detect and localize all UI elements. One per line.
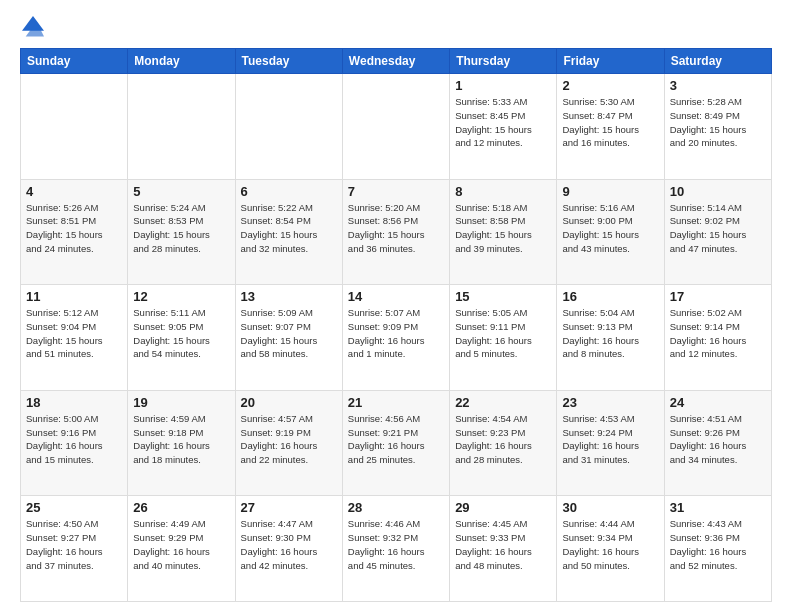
week-row-4: 18Sunrise: 5:00 AM Sunset: 9:16 PM Dayli… bbox=[21, 390, 772, 496]
day-number: 13 bbox=[241, 289, 337, 304]
week-row-5: 25Sunrise: 4:50 AM Sunset: 9:27 PM Dayli… bbox=[21, 496, 772, 602]
day-info: Sunrise: 5:02 AM Sunset: 9:14 PM Dayligh… bbox=[670, 306, 766, 361]
day-number: 27 bbox=[241, 500, 337, 515]
day-cell: 6Sunrise: 5:22 AM Sunset: 8:54 PM Daylig… bbox=[235, 179, 342, 285]
day-cell: 1Sunrise: 5:33 AM Sunset: 8:45 PM Daylig… bbox=[450, 74, 557, 180]
day-number: 20 bbox=[241, 395, 337, 410]
day-number: 19 bbox=[133, 395, 229, 410]
week-row-2: 4Sunrise: 5:26 AM Sunset: 8:51 PM Daylig… bbox=[21, 179, 772, 285]
day-info: Sunrise: 4:53 AM Sunset: 9:24 PM Dayligh… bbox=[562, 412, 658, 467]
day-info: Sunrise: 4:43 AM Sunset: 9:36 PM Dayligh… bbox=[670, 517, 766, 572]
day-info: Sunrise: 4:49 AM Sunset: 9:29 PM Dayligh… bbox=[133, 517, 229, 572]
day-cell: 31Sunrise: 4:43 AM Sunset: 9:36 PM Dayli… bbox=[664, 496, 771, 602]
logo-icon bbox=[22, 16, 44, 38]
day-cell: 20Sunrise: 4:57 AM Sunset: 9:19 PM Dayli… bbox=[235, 390, 342, 496]
day-cell: 18Sunrise: 5:00 AM Sunset: 9:16 PM Dayli… bbox=[21, 390, 128, 496]
day-info: Sunrise: 5:14 AM Sunset: 9:02 PM Dayligh… bbox=[670, 201, 766, 256]
day-cell: 16Sunrise: 5:04 AM Sunset: 9:13 PM Dayli… bbox=[557, 285, 664, 391]
logo bbox=[20, 16, 44, 38]
day-info: Sunrise: 5:30 AM Sunset: 8:47 PM Dayligh… bbox=[562, 95, 658, 150]
week-row-3: 11Sunrise: 5:12 AM Sunset: 9:04 PM Dayli… bbox=[21, 285, 772, 391]
day-number: 17 bbox=[670, 289, 766, 304]
day-info: Sunrise: 5:20 AM Sunset: 8:56 PM Dayligh… bbox=[348, 201, 444, 256]
day-cell: 28Sunrise: 4:46 AM Sunset: 9:32 PM Dayli… bbox=[342, 496, 449, 602]
day-number: 22 bbox=[455, 395, 551, 410]
day-info: Sunrise: 5:24 AM Sunset: 8:53 PM Dayligh… bbox=[133, 201, 229, 256]
day-cell: 19Sunrise: 4:59 AM Sunset: 9:18 PM Dayli… bbox=[128, 390, 235, 496]
day-cell: 3Sunrise: 5:28 AM Sunset: 8:49 PM Daylig… bbox=[664, 74, 771, 180]
day-cell: 21Sunrise: 4:56 AM Sunset: 9:21 PM Dayli… bbox=[342, 390, 449, 496]
day-number: 10 bbox=[670, 184, 766, 199]
weekday-sunday: Sunday bbox=[21, 49, 128, 74]
weekday-tuesday: Tuesday bbox=[235, 49, 342, 74]
day-cell: 26Sunrise: 4:49 AM Sunset: 9:29 PM Dayli… bbox=[128, 496, 235, 602]
day-number: 7 bbox=[348, 184, 444, 199]
day-number: 1 bbox=[455, 78, 551, 93]
day-info: Sunrise: 5:16 AM Sunset: 9:00 PM Dayligh… bbox=[562, 201, 658, 256]
day-number: 5 bbox=[133, 184, 229, 199]
day-number: 25 bbox=[26, 500, 122, 515]
day-number: 23 bbox=[562, 395, 658, 410]
day-info: Sunrise: 5:11 AM Sunset: 9:05 PM Dayligh… bbox=[133, 306, 229, 361]
day-cell bbox=[235, 74, 342, 180]
day-cell: 27Sunrise: 4:47 AM Sunset: 9:30 PM Dayli… bbox=[235, 496, 342, 602]
day-info: Sunrise: 5:28 AM Sunset: 8:49 PM Dayligh… bbox=[670, 95, 766, 150]
day-number: 6 bbox=[241, 184, 337, 199]
day-cell: 24Sunrise: 4:51 AM Sunset: 9:26 PM Dayli… bbox=[664, 390, 771, 496]
day-cell: 12Sunrise: 5:11 AM Sunset: 9:05 PM Dayli… bbox=[128, 285, 235, 391]
day-cell: 8Sunrise: 5:18 AM Sunset: 8:58 PM Daylig… bbox=[450, 179, 557, 285]
day-number: 2 bbox=[562, 78, 658, 93]
day-cell: 25Sunrise: 4:50 AM Sunset: 9:27 PM Dayli… bbox=[21, 496, 128, 602]
weekday-thursday: Thursday bbox=[450, 49, 557, 74]
day-cell: 2Sunrise: 5:30 AM Sunset: 8:47 PM Daylig… bbox=[557, 74, 664, 180]
day-number: 30 bbox=[562, 500, 658, 515]
day-info: Sunrise: 4:59 AM Sunset: 9:18 PM Dayligh… bbox=[133, 412, 229, 467]
day-number: 18 bbox=[26, 395, 122, 410]
day-info: Sunrise: 4:50 AM Sunset: 9:27 PM Dayligh… bbox=[26, 517, 122, 572]
day-info: Sunrise: 5:05 AM Sunset: 9:11 PM Dayligh… bbox=[455, 306, 551, 361]
day-cell: 4Sunrise: 5:26 AM Sunset: 8:51 PM Daylig… bbox=[21, 179, 128, 285]
day-number: 24 bbox=[670, 395, 766, 410]
day-info: Sunrise: 4:44 AM Sunset: 9:34 PM Dayligh… bbox=[562, 517, 658, 572]
day-cell bbox=[128, 74, 235, 180]
day-number: 4 bbox=[26, 184, 122, 199]
day-info: Sunrise: 5:18 AM Sunset: 8:58 PM Dayligh… bbox=[455, 201, 551, 256]
day-info: Sunrise: 5:22 AM Sunset: 8:54 PM Dayligh… bbox=[241, 201, 337, 256]
day-cell bbox=[21, 74, 128, 180]
day-cell: 23Sunrise: 4:53 AM Sunset: 9:24 PM Dayli… bbox=[557, 390, 664, 496]
day-cell: 15Sunrise: 5:05 AM Sunset: 9:11 PM Dayli… bbox=[450, 285, 557, 391]
day-cell: 11Sunrise: 5:12 AM Sunset: 9:04 PM Dayli… bbox=[21, 285, 128, 391]
calendar-page: SundayMondayTuesdayWednesdayThursdayFrid… bbox=[0, 0, 792, 612]
day-info: Sunrise: 5:07 AM Sunset: 9:09 PM Dayligh… bbox=[348, 306, 444, 361]
day-number: 12 bbox=[133, 289, 229, 304]
day-info: Sunrise: 4:54 AM Sunset: 9:23 PM Dayligh… bbox=[455, 412, 551, 467]
day-number: 26 bbox=[133, 500, 229, 515]
day-info: Sunrise: 4:56 AM Sunset: 9:21 PM Dayligh… bbox=[348, 412, 444, 467]
day-number: 3 bbox=[670, 78, 766, 93]
weekday-monday: Monday bbox=[128, 49, 235, 74]
day-number: 16 bbox=[562, 289, 658, 304]
day-info: Sunrise: 5:00 AM Sunset: 9:16 PM Dayligh… bbox=[26, 412, 122, 467]
day-cell: 7Sunrise: 5:20 AM Sunset: 8:56 PM Daylig… bbox=[342, 179, 449, 285]
day-cell bbox=[342, 74, 449, 180]
day-number: 31 bbox=[670, 500, 766, 515]
day-cell: 5Sunrise: 5:24 AM Sunset: 8:53 PM Daylig… bbox=[128, 179, 235, 285]
weekday-friday: Friday bbox=[557, 49, 664, 74]
day-number: 15 bbox=[455, 289, 551, 304]
day-info: Sunrise: 4:57 AM Sunset: 9:19 PM Dayligh… bbox=[241, 412, 337, 467]
day-info: Sunrise: 5:04 AM Sunset: 9:13 PM Dayligh… bbox=[562, 306, 658, 361]
weekday-wednesday: Wednesday bbox=[342, 49, 449, 74]
day-cell: 9Sunrise: 5:16 AM Sunset: 9:00 PM Daylig… bbox=[557, 179, 664, 285]
day-number: 29 bbox=[455, 500, 551, 515]
weekday-header-row: SundayMondayTuesdayWednesdayThursdayFrid… bbox=[21, 49, 772, 74]
day-info: Sunrise: 4:47 AM Sunset: 9:30 PM Dayligh… bbox=[241, 517, 337, 572]
day-info: Sunrise: 5:33 AM Sunset: 8:45 PM Dayligh… bbox=[455, 95, 551, 150]
day-number: 28 bbox=[348, 500, 444, 515]
day-number: 8 bbox=[455, 184, 551, 199]
day-number: 11 bbox=[26, 289, 122, 304]
day-cell: 10Sunrise: 5:14 AM Sunset: 9:02 PM Dayli… bbox=[664, 179, 771, 285]
day-cell: 29Sunrise: 4:45 AM Sunset: 9:33 PM Dayli… bbox=[450, 496, 557, 602]
day-cell: 22Sunrise: 4:54 AM Sunset: 9:23 PM Dayli… bbox=[450, 390, 557, 496]
day-info: Sunrise: 5:09 AM Sunset: 9:07 PM Dayligh… bbox=[241, 306, 337, 361]
day-number: 14 bbox=[348, 289, 444, 304]
